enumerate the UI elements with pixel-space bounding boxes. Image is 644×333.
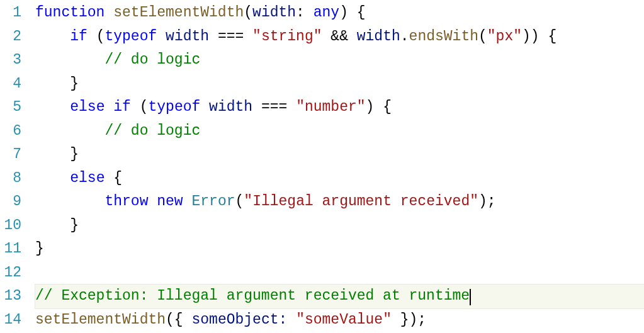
token-ident: width: [209, 99, 252, 115]
token-fn: setElementWidth: [113, 4, 244, 21]
code-line[interactable]: if (typeof width === "string" && width.e…: [35, 25, 644, 49]
line-number: 10: [0, 214, 35, 238]
code-editor[interactable]: 1234567891011121314 function setElementW…: [0, 0, 644, 333]
token-ident: someObject: [191, 312, 278, 328]
token-plain: ===: [209, 28, 252, 45]
token-guide: [35, 193, 70, 210]
token-method: setElementWidth: [35, 312, 166, 328]
token-plain: [148, 193, 157, 210]
token-str: "px": [487, 28, 522, 45]
line-number: 2: [0, 25, 35, 49]
token-guide: [35, 146, 70, 162]
token-ident: width: [252, 4, 296, 21]
line-number: 13: [0, 285, 35, 308]
code-line[interactable]: // do logic: [35, 120, 644, 144]
token-kw: if: [70, 28, 88, 45]
token-plain: ===: [252, 99, 296, 115]
token-plain: [287, 312, 296, 328]
token-plain: (: [478, 28, 487, 45]
code-line[interactable]: setElementWidth({ someObject: "someValue…: [35, 308, 644, 332]
token-plain: [105, 99, 113, 115]
token-type: Error: [192, 193, 235, 210]
token-str: "number": [296, 99, 365, 115]
token-guide: [35, 52, 70, 68]
text-cursor: [470, 289, 471, 305]
token-kw: function: [35, 4, 105, 21]
line-number: 11: [0, 237, 35, 261]
token-comm: // do logic: [105, 123, 200, 139]
token-kw: else: [70, 170, 105, 186]
token-plain: ({: [166, 312, 191, 328]
token-guide: [70, 123, 105, 139]
token-plain: )) {: [522, 28, 556, 45]
code-line[interactable]: function setElementWidth(width: any) {: [35, 1, 644, 25]
token-guide: [35, 28, 70, 45]
token-plain: {: [105, 170, 122, 186]
token-plain: (: [244, 4, 252, 21]
code-line-active[interactable]: // Exception: Illegal argument received …: [35, 285, 644, 308]
token-plain: [157, 28, 166, 45]
token-plain: }: [70, 146, 79, 162]
token-plain: ) {: [339, 4, 365, 21]
token-kw: typeof: [105, 28, 157, 45]
line-number: 4: [0, 72, 35, 96]
token-kw: typeof: [148, 99, 200, 115]
token-plain: });: [392, 312, 426, 328]
token-guide: [70, 193, 105, 210]
token-plain: [183, 193, 192, 210]
line-number: 8: [0, 167, 35, 191]
code-line[interactable]: // do logic: [35, 48, 644, 72]
token-plain: );: [478, 193, 496, 210]
token-plain: [105, 4, 113, 21]
token-kw: new: [157, 193, 183, 210]
token-plain: (: [235, 193, 244, 210]
token-ident: width: [166, 28, 209, 45]
token-guide: [35, 99, 70, 115]
code-line[interactable]: }: [35, 214, 644, 238]
code-area[interactable]: function setElementWidth(width: any) { i…: [35, 0, 644, 333]
token-plain: }: [35, 240, 44, 257]
line-number: 14: [0, 308, 35, 332]
token-plain: :: [296, 4, 314, 21]
line-number-gutter: 1234567891011121314: [0, 0, 35, 333]
token-comm: // do logic: [105, 52, 200, 68]
line-number: 7: [0, 143, 35, 167]
line-number: 6: [0, 120, 35, 144]
token-guide: [35, 123, 70, 139]
code-line[interactable]: else if (typeof width === "number") {: [35, 96, 644, 120]
token-str: "someValue": [296, 312, 392, 328]
line-number: 3: [0, 48, 35, 72]
code-line[interactable]: }: [35, 143, 644, 167]
code-line[interactable]: throw new Error("Illegal argument receiv…: [35, 190, 644, 214]
token-guide: [70, 52, 105, 68]
code-line[interactable]: }: [35, 72, 644, 96]
token-plain: }: [70, 76, 79, 92]
token-kw: else: [70, 99, 105, 115]
line-number: 1: [0, 1, 35, 25]
token-plain: }: [70, 217, 79, 234]
token-plain: [200, 99, 209, 115]
token-comm: // Exception: Illegal argument received …: [35, 288, 470, 304]
token-guide: [35, 170, 70, 186]
token-guide: [35, 217, 70, 234]
token-plain: (: [88, 28, 105, 45]
token-str: "Illegal argument received": [244, 193, 478, 210]
token-plain: ) {: [366, 99, 392, 115]
token-guide: [35, 76, 70, 92]
code-line[interactable]: else {: [35, 167, 644, 191]
token-ident: :: [279, 312, 288, 328]
code-line[interactable]: }: [35, 237, 644, 261]
token-kw: any: [314, 4, 339, 21]
code-line[interactable]: [35, 261, 644, 285]
token-kw: throw: [105, 193, 148, 210]
token-plain: (: [131, 99, 149, 115]
line-number: 12: [0, 261, 35, 285]
token-str: "string": [252, 28, 322, 45]
token-ident: width: [357, 28, 400, 45]
token-method: endsWith: [409, 28, 478, 45]
token-plain: &&: [322, 28, 357, 45]
token-kw: if: [113, 99, 131, 115]
token-plain: .: [400, 28, 409, 45]
line-number: 9: [0, 190, 35, 214]
line-number: 5: [0, 96, 35, 120]
